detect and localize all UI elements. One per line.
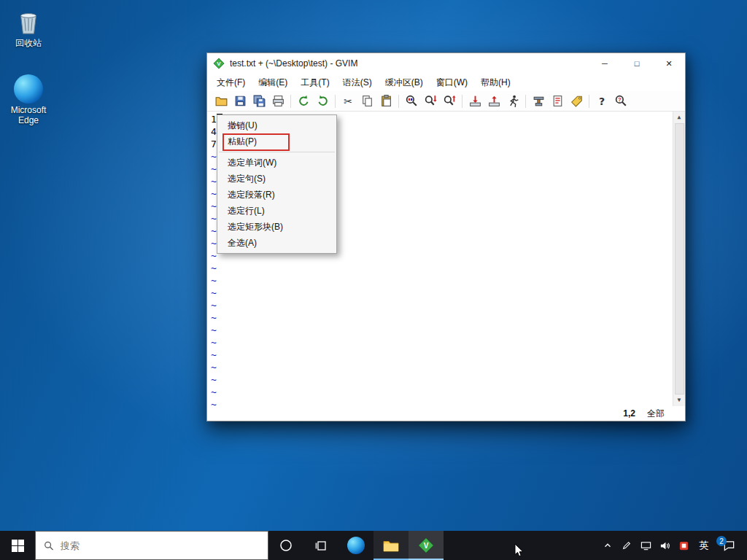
maximize-button[interactable]: □ xyxy=(621,53,653,74)
context-menu-item-select-sentence[interactable]: 选定句(S) xyxy=(217,171,336,187)
menubar-item-tools[interactable]: 工具(T) xyxy=(294,74,336,91)
taskbar: V xyxy=(0,531,747,560)
toolbar-paste-button[interactable] xyxy=(377,93,395,110)
redo-icon xyxy=(316,94,330,108)
context-menu: 撤销(U)粘贴(P)选定单词(W)选定句(S)选定段落(R)选定行(L)选定矩形… xyxy=(217,114,337,254)
window-controls: ─ □ ✕ xyxy=(589,53,685,74)
desktop-icon-label: Microsoft Edge xyxy=(0,105,57,125)
toolbar-cut-button[interactable]: ✂ xyxy=(339,93,357,110)
taskbar-edge-button[interactable] xyxy=(338,531,374,560)
start-button[interactable] xyxy=(0,531,35,560)
toolbar-tag-jump-button[interactable] xyxy=(568,93,585,110)
tilde-line: ~ xyxy=(211,373,222,386)
chevron-up-icon xyxy=(603,540,613,551)
context-menu-item-select-paragraph[interactable]: 选定段落(R) xyxy=(217,187,336,203)
scrollbar[interactable]: ▲ ▼ xyxy=(673,112,685,406)
print-icon xyxy=(271,94,285,108)
desktop-icon-recycle-bin[interactable]: 回收站 xyxy=(0,6,57,48)
minimize-button[interactable]: ─ xyxy=(589,53,621,74)
toolbar-save-button[interactable] xyxy=(231,93,249,110)
toolbar-find-replace-button[interactable] xyxy=(403,93,420,110)
file-explorer-icon xyxy=(382,537,400,554)
pen-tray-button[interactable] xyxy=(617,531,636,560)
menubar-item-window[interactable]: 窗口(W) xyxy=(430,74,474,91)
desktop-icon-label: 回收站 xyxy=(0,38,57,48)
toolbar-undo-button[interactable] xyxy=(295,93,312,110)
notification-badge: 2 xyxy=(716,536,727,546)
toolbar-separator xyxy=(395,95,402,108)
toolbar-load-session-button[interactable] xyxy=(466,93,484,110)
ime-app-tray-button[interactable] xyxy=(674,531,693,560)
context-menu-item-select-block[interactable]: 选定矩形块(B) xyxy=(217,219,336,235)
menu-separator xyxy=(219,152,335,152)
task-view-button[interactable] xyxy=(303,531,338,560)
svg-text:V: V xyxy=(217,61,221,67)
toolbar-run-script-button[interactable] xyxy=(504,93,522,110)
scroll-up-arrow[interactable]: ▲ xyxy=(678,114,681,121)
save-icon xyxy=(233,94,247,108)
gvim-window: V test.txt + (~\Desktop\test) - GVIM ─ □… xyxy=(206,52,686,421)
tilde-line: ~ xyxy=(211,361,222,373)
tilde-line: ~ xyxy=(211,311,222,324)
toolbar-print-button[interactable] xyxy=(269,93,287,110)
taskbar-search[interactable] xyxy=(35,531,268,560)
toolbar-separator xyxy=(586,95,592,108)
context-menu-item-select-word[interactable]: 选定单词(W) xyxy=(217,155,336,171)
volume-tray-button[interactable] xyxy=(655,531,674,560)
menubar-item-edit[interactable]: 编辑(E) xyxy=(252,74,294,91)
toolbar-find-prev-button[interactable] xyxy=(441,93,458,110)
toolbar-find-help-button[interactable]: ? xyxy=(612,93,630,110)
run-ctags-icon xyxy=(551,94,565,108)
toolbar-help-button[interactable]: ? xyxy=(593,93,611,110)
search-icon xyxy=(44,540,54,551)
toolbar-save-all-button[interactable] xyxy=(250,93,268,110)
undo-icon xyxy=(297,94,311,108)
menubar-item-file[interactable]: 文件(F) xyxy=(210,74,252,91)
toolbar-save-session-button[interactable] xyxy=(485,93,503,110)
tilde-line: ~ xyxy=(211,274,222,287)
toolbar-find-next-button[interactable] xyxy=(422,93,439,110)
close-button[interactable]: ✕ xyxy=(653,53,685,74)
context-menu-item-undo[interactable]: 撤销(U) xyxy=(217,117,336,133)
menubar-item-buffers[interactable]: 缓冲区(B) xyxy=(379,74,430,91)
network-tray-button[interactable] xyxy=(636,531,655,560)
toolbar-make-button[interactable] xyxy=(530,93,547,110)
tilde-line: ~ xyxy=(211,386,222,398)
toolbar-redo-button[interactable] xyxy=(314,93,331,110)
desktop-icon-microsoft-edge[interactable]: Microsoft Edge xyxy=(0,73,57,125)
context-menu-item-paste[interactable]: 粘贴(P) xyxy=(217,133,336,149)
toolbar-run-ctags-button[interactable] xyxy=(549,93,566,110)
taskbar-gvim-button[interactable]: V xyxy=(409,531,444,560)
system-tray: 英 2 xyxy=(598,531,747,560)
context-menu-item-select-line[interactable]: 选定行(L) xyxy=(217,203,336,219)
context-menu-item-select-all[interactable]: 全选(A) xyxy=(217,235,336,251)
scroll-position-label: 全部 xyxy=(647,408,665,420)
search-input[interactable] xyxy=(61,540,260,551)
scroll-down-arrow[interactable]: ▼ xyxy=(678,397,681,404)
toolbar-copy-button[interactable] xyxy=(358,93,376,110)
action-center-button[interactable]: 2 xyxy=(715,531,743,560)
load-session-icon xyxy=(468,94,482,108)
input-language-indicator[interactable]: 英 xyxy=(693,531,715,560)
cut-icon: ✂ xyxy=(344,96,352,106)
editor-area[interactable]: 124578~~~~~~~~~~~~~~~~~~~~~ ▲ ▼ 撤销(U)粘贴(… xyxy=(207,112,685,406)
menubar-item-syntax[interactable]: 语法(S) xyxy=(336,74,379,91)
scrollbar-thumb[interactable] xyxy=(675,123,684,394)
buffer-char: 1 xyxy=(211,114,217,125)
show-hidden-icons-button[interactable] xyxy=(598,531,617,560)
taskbar-file-explorer-button[interactable] xyxy=(374,531,409,560)
save-session-icon xyxy=(487,94,501,108)
find-help-icon: ? xyxy=(614,94,628,108)
task-view-icon xyxy=(314,538,328,553)
tilde-line: ~ xyxy=(211,336,222,349)
cortana-button[interactable] xyxy=(268,531,303,560)
make-icon xyxy=(532,94,546,108)
desktop-background: 回收站 Microsoft Edge V test.txt + (~\Deskt… xyxy=(0,0,747,560)
menu-bar: 文件(F)编辑(E)工具(T)语法(S)缓冲区(B)窗口(W)帮助(H) xyxy=(207,74,685,91)
window-title: test.txt + (~\Desktop\test) - GVIM xyxy=(230,58,589,69)
tag-jump-icon xyxy=(570,94,584,108)
menubar-item-help[interactable]: 帮助(H) xyxy=(474,74,517,91)
svg-text:V: V xyxy=(424,542,429,550)
toolbar-open-button[interactable] xyxy=(212,93,230,110)
toolbar-separator xyxy=(522,95,529,108)
